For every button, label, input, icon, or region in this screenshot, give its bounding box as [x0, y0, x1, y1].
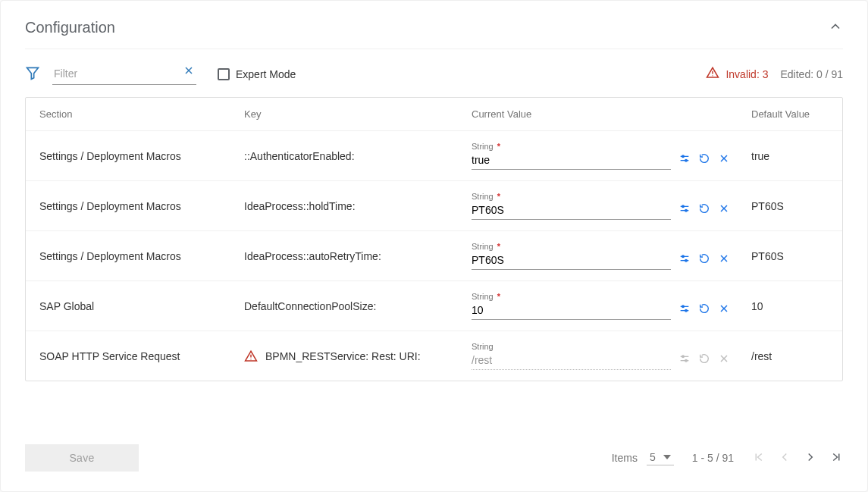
- key-cell: IdeaProcess::autoRetryTime:: [244, 250, 472, 262]
- close-icon: [718, 152, 730, 165]
- footer: Save Items 5 1 - 5 / 91: [1, 428, 867, 491]
- save-button[interactable]: Save: [25, 444, 139, 472]
- reset-icon: [698, 252, 710, 265]
- filter-icon: [25, 65, 40, 83]
- value-input[interactable]: [472, 152, 671, 170]
- reset-action[interactable]: [698, 302, 710, 317]
- chevron-right-icon: [804, 450, 817, 464]
- filter-field: [52, 63, 196, 85]
- reset-icon: [698, 152, 710, 165]
- value-cell: String *: [472, 142, 738, 170]
- settings-action[interactable]: [678, 202, 691, 217]
- reset-icon: [698, 202, 710, 215]
- value-type-label: String *: [472, 242, 671, 251]
- svg-marker-51: [663, 455, 671, 459]
- sliders-icon: [678, 152, 691, 165]
- chevron-up-icon: [828, 19, 843, 34]
- value-type-label: String *: [472, 292, 671, 301]
- value-actions: [678, 202, 730, 220]
- last-page-button[interactable]: [829, 450, 843, 466]
- col-section: Section: [39, 108, 244, 120]
- key-cell: BPMN_RESTService: Rest: URI:: [244, 349, 472, 363]
- collapse-button[interactable]: [828, 19, 843, 36]
- clear-action[interactable]: [718, 252, 730, 267]
- last-page-icon: [829, 450, 843, 464]
- col-default-value: Default Value: [738, 108, 829, 120]
- card-header: Configuration: [1, 1, 867, 49]
- configuration-card: Configuration Expert Mode Invalid: 3: [0, 0, 868, 492]
- default-value-cell: PT60S: [738, 200, 829, 212]
- close-icon: [718, 252, 730, 265]
- reset-icon: [698, 353, 710, 365]
- page-range-label: 1 - 5 / 91: [692, 452, 734, 464]
- edited-count-label: Edited: 0 / 91: [780, 68, 843, 80]
- value-cell: String *: [472, 292, 738, 320]
- col-key: Key: [244, 108, 472, 120]
- pagination: Items 5 1 - 5 / 91: [612, 450, 843, 466]
- reset-action[interactable]: [698, 152, 710, 167]
- close-icon: [718, 202, 730, 215]
- value-actions: [678, 252, 730, 270]
- section-cell: SOAP HTTP Service Request: [39, 350, 244, 362]
- chevron-left-icon: [778, 450, 791, 464]
- checkbox-icon: [218, 68, 230, 80]
- table-row: Settings / Deployment Macros ::Authentic…: [26, 131, 842, 181]
- value-input[interactable]: [472, 302, 671, 320]
- table-row: SOAP HTTP Service Request BPMN_RESTServi…: [26, 331, 842, 381]
- col-current-value: Current Value: [472, 108, 738, 120]
- value-cell: String *: [472, 242, 738, 270]
- key-cell: IdeaProcess::holdTime:: [244, 200, 472, 212]
- section-cell: Settings / Deployment Macros: [39, 200, 244, 212]
- caret-down-icon: [663, 451, 671, 463]
- first-page-icon: [752, 450, 766, 464]
- key-text: DefaultConnectionPoolSize:: [244, 300, 376, 312]
- key-text: IdeaProcess::holdTime:: [244, 200, 356, 212]
- page-size-value: 5: [650, 451, 656, 463]
- filter-input[interactable]: [52, 63, 196, 85]
- settings-action: [678, 353, 691, 367]
- value-cell: String: [472, 342, 738, 370]
- reset-action[interactable]: [698, 202, 710, 217]
- value-type-label: String: [472, 342, 671, 351]
- next-page-button[interactable]: [804, 450, 817, 466]
- default-value-cell: 10: [738, 300, 829, 312]
- value-actions: [678, 353, 730, 370]
- default-value-cell: PT60S: [738, 250, 829, 262]
- first-page-button[interactable]: [752, 450, 766, 466]
- value-input[interactable]: [472, 252, 671, 270]
- toolbar: Expert Mode Invalid: 3 Edited: 0 / 91: [1, 63, 867, 97]
- value-cell: String *: [472, 192, 738, 220]
- value-type-label: String *: [472, 142, 671, 151]
- section-cell: SAP Global: [39, 300, 244, 312]
- default-value-cell: true: [738, 150, 829, 162]
- close-icon: [718, 302, 730, 315]
- items-label: Items: [612, 452, 638, 464]
- filter-clear-button[interactable]: [183, 64, 195, 79]
- svg-marker-0: [27, 67, 39, 79]
- row-warning-icon: [244, 349, 258, 363]
- key-cell: DefaultConnectionPoolSize:: [244, 300, 472, 312]
- config-table: Section Key Current Value Default Value …: [25, 97, 843, 381]
- settings-action[interactable]: [678, 152, 691, 167]
- key-text: BPMN_RESTService: Rest: URI:: [265, 350, 421, 362]
- sliders-icon: [678, 202, 691, 215]
- reset-action[interactable]: [698, 252, 710, 267]
- section-cell: Settings / Deployment Macros: [39, 250, 244, 262]
- settings-action[interactable]: [678, 252, 691, 267]
- value-actions: [678, 302, 730, 320]
- expert-mode-toggle[interactable]: Expert Mode: [218, 68, 296, 80]
- reset-icon: [698, 302, 710, 315]
- invalid-status: Invalid: 3: [706, 66, 768, 82]
- settings-action[interactable]: [678, 302, 691, 317]
- clear-action[interactable]: [718, 302, 730, 317]
- close-icon: [183, 64, 195, 77]
- clear-action[interactable]: [718, 152, 730, 167]
- key-text: IdeaProcess::autoRetryTime:: [244, 250, 381, 262]
- page-size-control: Items 5: [612, 451, 674, 465]
- page-size-select[interactable]: 5: [647, 451, 674, 465]
- clear-action[interactable]: [718, 202, 730, 217]
- prev-page-button[interactable]: [778, 450, 791, 466]
- section-cell: Settings / Deployment Macros: [39, 150, 244, 162]
- value-type-label: String *: [472, 192, 671, 201]
- value-input[interactable]: [472, 202, 671, 220]
